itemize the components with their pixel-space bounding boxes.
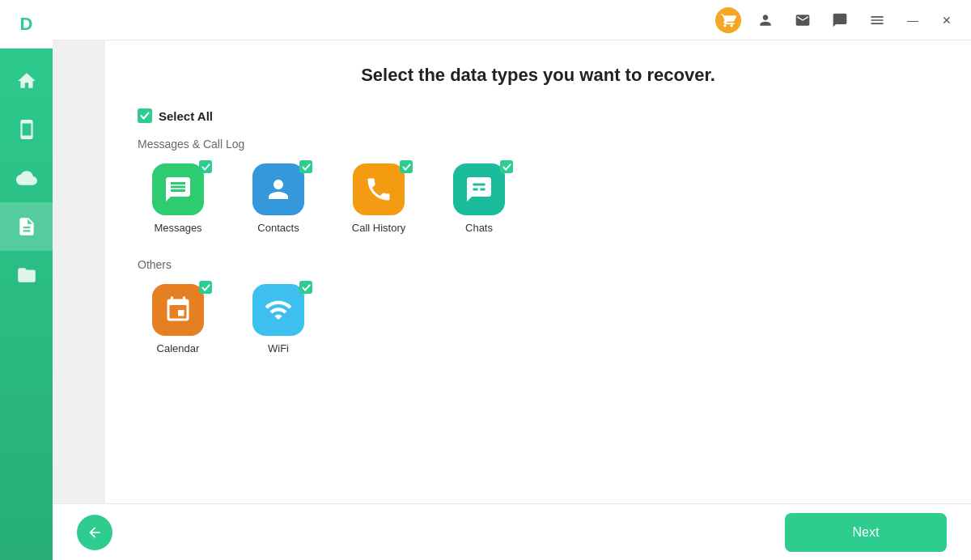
- call-history-icon: [353, 163, 405, 215]
- chats-icon: [453, 163, 505, 215]
- check-icon: [201, 283, 210, 292]
- contacts-icon: [252, 163, 304, 215]
- sidebar-item-home[interactable]: [0, 57, 53, 105]
- cloud-icon: [16, 168, 37, 189]
- check-icon: [502, 163, 511, 172]
- folder-icon: [16, 265, 37, 286]
- menu-button[interactable]: [864, 7, 890, 33]
- chats-checkbox[interactable]: [500, 160, 513, 173]
- contacts-svg: [264, 175, 293, 204]
- main-content: Select the data types you want to recove…: [105, 40, 971, 560]
- contacts-checkbox[interactable]: [299, 160, 312, 173]
- wifi-icon: [252, 284, 304, 336]
- titlebar: — ✕: [53, 0, 971, 40]
- chat-icon: [832, 12, 848, 28]
- chats-svg: [464, 175, 494, 204]
- minimize-button[interactable]: —: [901, 9, 924, 32]
- sidebar-item-files[interactable]: [0, 251, 53, 299]
- mail-icon: [795, 12, 811, 28]
- chat-button[interactable]: [827, 7, 853, 33]
- sidebar: D: [0, 0, 53, 560]
- check-icon: [140, 111, 150, 121]
- page-title: Select the data types you want to recove…: [138, 65, 939, 86]
- user-icon: [757, 12, 774, 28]
- sidebar-nav: [0, 49, 53, 560]
- chats-label: Chats: [465, 222, 493, 234]
- calendar-label: Calendar: [157, 342, 200, 354]
- section-label-messages: Messages & Call Log: [138, 138, 939, 151]
- select-all-checkbox[interactable]: [138, 108, 152, 123]
- calendar-checkbox[interactable]: [199, 281, 212, 294]
- item-call-history[interactable]: Call History: [338, 163, 419, 234]
- item-contacts[interactable]: Contacts: [238, 163, 319, 234]
- wifi-label: WiFi: [268, 342, 289, 354]
- call-history-label: Call History: [352, 222, 405, 234]
- contacts-label: Contacts: [257, 222, 299, 234]
- messages-checkbox[interactable]: [199, 160, 212, 173]
- next-button[interactable]: Next: [785, 513, 947, 552]
- home-icon: [16, 70, 37, 91]
- item-chats[interactable]: Chats: [439, 163, 519, 234]
- item-messages[interactable]: Messages: [138, 163, 218, 234]
- app-logo: D: [0, 0, 53, 49]
- select-all-row[interactable]: Select All: [138, 108, 939, 123]
- messages-label: Messages: [154, 222, 201, 234]
- logo-letter: D: [20, 14, 33, 35]
- call-history-checkbox[interactable]: [400, 160, 413, 173]
- cart-button[interactable]: [715, 7, 741, 33]
- item-wifi[interactable]: WiFi: [238, 284, 319, 354]
- item-calendar[interactable]: Calendar: [138, 284, 218, 354]
- messages-svg: [163, 175, 193, 204]
- back-button[interactable]: [77, 515, 112, 550]
- sidebar-item-cloud[interactable]: [0, 154, 53, 202]
- messages-icon: [152, 163, 204, 215]
- recovery-icon: [16, 216, 37, 237]
- sidebar-item-recovery[interactable]: [0, 202, 53, 251]
- check-icon: [201, 163, 210, 172]
- call-history-svg: [364, 175, 393, 204]
- user-button[interactable]: [753, 7, 778, 33]
- sidebar-item-device[interactable]: [0, 105, 53, 154]
- back-arrow-icon: [87, 524, 103, 541]
- messages-grid: Messages Contacts Call History: [138, 163, 939, 234]
- mail-button[interactable]: [790, 7, 816, 33]
- select-all-label: Select All: [159, 109, 213, 123]
- wifi-checkbox[interactable]: [299, 281, 312, 294]
- wifi-svg: [264, 295, 293, 325]
- calendar-svg: [163, 295, 193, 325]
- others-grid: Calendar WiFi: [138, 284, 939, 354]
- close-button[interactable]: ✕: [935, 9, 958, 32]
- bottom-bar: Next: [53, 503, 971, 560]
- titlebar-actions: — ✕: [715, 7, 958, 33]
- check-icon: [302, 283, 311, 292]
- check-icon: [302, 163, 311, 172]
- calendar-icon: [152, 284, 204, 336]
- section-label-others: Others: [138, 258, 939, 271]
- check-icon: [402, 163, 411, 172]
- menu-icon: [869, 12, 885, 28]
- cart-icon: [720, 12, 736, 28]
- device-icon: [16, 119, 37, 140]
